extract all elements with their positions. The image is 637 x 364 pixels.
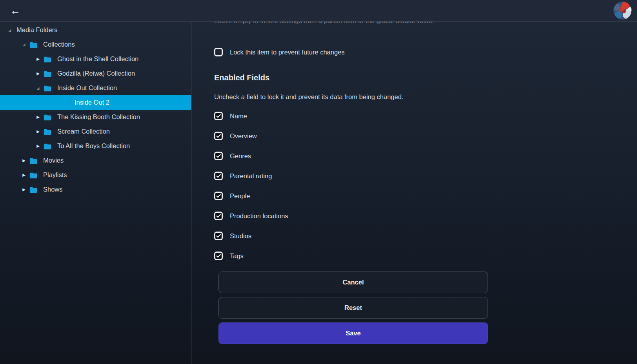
enabled-fields-list: Name Overview Genres Parental rating Peo — [214, 112, 637, 260]
checkmark-icon — [216, 213, 221, 219]
tree-item-shows[interactable]: ▶ Shows — [0, 182, 191, 197]
field-checkbox-tags[interactable]: Tags — [214, 252, 637, 260]
tree-item-label: Ghost in the Shell Collection — [57, 55, 138, 63]
checkmark-icon — [216, 113, 221, 119]
tree-item-godzilla-reiwa-collection[interactable]: ▶ Godzilla (Reiwa) Collection — [0, 66, 191, 81]
tree-item-label: Playlists — [43, 171, 67, 179]
folder-icon — [43, 84, 52, 92]
app-header: ← — [0, 0, 637, 22]
tree-item-label: Godzilla (Reiwa) Collection — [57, 70, 135, 77]
chevron-right-icon[interactable]: ▶ — [33, 115, 43, 119]
checkmark-icon — [216, 153, 221, 159]
checkbox-checked-icon[interactable] — [214, 212, 223, 220]
checkbox-checked-icon[interactable] — [214, 232, 223, 240]
field-checkbox-genres[interactable]: Genres — [214, 152, 637, 160]
chevron-right-icon[interactable]: ▶ — [33, 57, 43, 61]
metadata-editor-panel: Leave empty to inherit settings from a p… — [192, 22, 637, 364]
tree-item-label: Scream Collection — [57, 128, 110, 135]
tree-item-movies[interactable]: ▶ Movies — [0, 153, 191, 168]
checkbox-checked-icon[interactable] — [214, 112, 223, 120]
folder-icon — [29, 41, 38, 49]
field-label: Tags — [230, 252, 244, 260]
tree-item-label: Movies — [43, 157, 64, 164]
chevron-right-icon[interactable]: ▶ — [33, 71, 43, 76]
user-avatar[interactable] — [613, 2, 632, 20]
tree-item-playlists[interactable]: ▶ Playlists — [0, 168, 191, 182]
tree-item-to-all-the-boys-collection[interactable]: ▶ To All the Boys Collection — [0, 139, 191, 153]
back-arrow-icon[interactable]: ← — [10, 5, 20, 16]
checkbox-checked-icon[interactable] — [214, 252, 223, 260]
tree-item-scream-collection[interactable]: ▶ Scream Collection — [0, 124, 191, 139]
lock-item-label: Lock this item to prevent future changes — [230, 49, 345, 56]
folder-icon — [43, 113, 52, 121]
checkmark-icon — [216, 193, 221, 199]
tree-item-media-folders[interactable]: ◢ Media Folders — [0, 23, 191, 37]
chevron-expanded-icon[interactable]: ◢ — [33, 86, 43, 90]
chevron-expanded-icon[interactable]: ◢ — [19, 43, 29, 47]
tree-item-label: To All the Boys Collection — [57, 142, 130, 150]
checkbox-checked-icon[interactable] — [214, 172, 223, 180]
chevron-expanded-icon[interactable]: ◢ — [5, 28, 15, 32]
field-label: People — [230, 192, 250, 200]
form-actions: Cancel Reset Save — [218, 272, 488, 344]
media-folders-tree: ◢ Media Folders ◢ Collections ▶ Ghost in… — [0, 22, 191, 364]
checkmark-icon — [216, 253, 221, 259]
field-checkbox-people[interactable]: People — [214, 192, 637, 200]
field-checkbox-overview[interactable]: Overview — [214, 132, 637, 140]
field-label: Production locations — [230, 212, 288, 220]
folder-icon — [29, 157, 38, 165]
checkbox-unchecked-icon[interactable] — [214, 48, 223, 56]
reset-button[interactable]: Reset — [218, 297, 488, 319]
chevron-right-icon[interactable]: ▶ — [19, 187, 29, 192]
tree-item-ghost-in-the-shell-collection[interactable]: ▶ Ghost in the Shell Collection — [0, 52, 191, 66]
save-button[interactable]: Save — [218, 322, 488, 344]
tree-item-label: Collections — [43, 41, 75, 48]
tree-item-label: Shows — [43, 186, 63, 193]
tree-item-inside-out-collection[interactable]: ◢ Inside Out Collection — [0, 81, 191, 95]
checkbox-checked-icon[interactable] — [214, 152, 223, 160]
field-checkbox-studios[interactable]: Studios — [214, 232, 637, 240]
tree-item-label: Inside Out Collection — [57, 84, 117, 92]
field-label: Studios — [230, 232, 251, 240]
cancel-button[interactable]: Cancel — [218, 272, 488, 293]
field-checkbox-name[interactable]: Name — [214, 112, 637, 120]
field-label: Parental rating — [230, 172, 272, 180]
checkmark-icon — [216, 133, 221, 139]
field-label: Name — [230, 112, 247, 120]
checkbox-checked-icon[interactable] — [214, 192, 223, 200]
field-label: Genres — [230, 152, 251, 160]
folder-icon — [29, 186, 38, 194]
tree-item-collections[interactable]: ◢ Collections — [0, 37, 191, 52]
enabled-fields-title: Enabled Fields — [214, 73, 637, 82]
field-label: Overview — [230, 132, 257, 140]
folder-icon — [43, 70, 52, 78]
tree-item-label: The Kissing Booth Collection — [57, 113, 140, 121]
chevron-right-icon[interactable]: ▶ — [33, 129, 43, 134]
folder-icon — [43, 142, 52, 150]
chevron-right-icon[interactable]: ▶ — [33, 144, 43, 148]
tree-item-label: Inside Out 2 — [75, 99, 109, 106]
chevron-right-icon[interactable]: ▶ — [19, 173, 29, 177]
field-checkbox-parental-rating[interactable]: Parental rating — [214, 172, 637, 180]
chevron-right-icon[interactable]: ▶ — [19, 158, 29, 163]
tree-item-inside-out-2-selected[interactable]: Inside Out 2 — [0, 95, 191, 110]
folder-icon — [29, 171, 38, 179]
folder-icon — [43, 55, 52, 63]
checkmark-icon — [216, 233, 221, 239]
checkmark-icon — [216, 173, 221, 179]
checkbox-checked-icon[interactable] — [214, 132, 223, 140]
enabled-fields-description: Uncheck a field to lock it and prevent i… — [214, 93, 637, 101]
tree-item-label: Media Folders — [16, 26, 58, 34]
field-checkbox-production-locations[interactable]: Production locations — [214, 212, 637, 220]
folder-icon — [43, 128, 52, 136]
tree-item-the-kissing-booth-collection[interactable]: ▶ The Kissing Booth Collection — [0, 110, 191, 124]
lock-item-checkbox-row[interactable]: Lock this item to prevent future changes — [214, 48, 637, 56]
